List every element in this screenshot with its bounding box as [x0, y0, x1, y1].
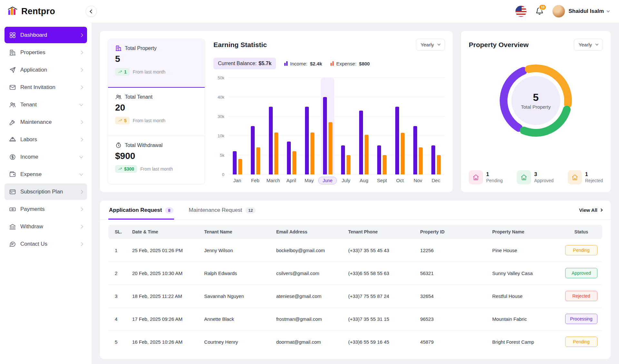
- cell-date: 16 Feb, 2025 10:26 AM: [128, 330, 200, 353]
- bars-row: [228, 78, 445, 174]
- sidebar-item-withdraw[interactable]: Withdraw: [5, 218, 87, 235]
- stat-title: Total Tenant: [125, 94, 152, 100]
- donut-center-value: 5: [533, 92, 539, 103]
- tab-maintenance-request[interactable]: Maintenance Request12: [188, 201, 257, 220]
- sidebar-item-subscription-plan[interactable]: Subscription Plan: [5, 183, 87, 200]
- income-bar: [431, 145, 435, 174]
- view-all-link[interactable]: View All: [579, 207, 602, 213]
- income-label: Income:: [290, 61, 307, 66]
- overview-stat-value: 1: [486, 172, 503, 177]
- labors-icon: [9, 136, 16, 143]
- chevron-right-icon: [79, 120, 83, 124]
- chevron-left-icon: [90, 9, 94, 14]
- sidebar-item-dashboard[interactable]: Dashboard: [5, 27, 87, 43]
- x-tick-label: Feb: [246, 178, 264, 184]
- x-tick-label: April: [282, 178, 300, 184]
- month-group-sept: [373, 78, 391, 174]
- properties-icon: [115, 45, 122, 52]
- chart-x-axis: JanFebMarchAprilMayJuneJulyAugSeptOctNov…: [228, 178, 445, 184]
- sidebar-item-payments[interactable]: Payments: [5, 201, 87, 217]
- sidebar-item-application[interactable]: Application: [5, 62, 87, 78]
- stat-value: $900: [115, 151, 198, 161]
- cell-tenant-name: Ralph Edwards: [200, 262, 272, 285]
- chart-y-axis: 05k10k30k40k50k: [213, 78, 228, 174]
- expense-label: Expense:: [336, 61, 357, 66]
- language-flag-button[interactable]: [515, 5, 527, 17]
- brand[interactable]: Rentpro: [0, 6, 92, 17]
- month-group-march: [264, 78, 282, 174]
- cell-phone: (+33)6 55 59 16 45: [344, 330, 416, 353]
- stat-value: 5: [115, 54, 198, 64]
- expense-value: $800: [359, 61, 370, 66]
- overview-period-select[interactable]: Yearly: [574, 39, 603, 51]
- earning-period-select[interactable]: Yearly: [416, 39, 445, 51]
- cell-email: csilvers@gmail.com: [272, 262, 344, 285]
- stat-badge: 1: [115, 68, 130, 76]
- pending-house-icon: [469, 170, 483, 184]
- notifications-button[interactable]: 10: [535, 6, 544, 16]
- cell-status: Rejected: [560, 285, 602, 308]
- cell-email: ateniese@gmail.com: [272, 285, 344, 308]
- month-group-dec: [427, 78, 445, 174]
- sidebar-item-maintenance[interactable]: Maintenance: [5, 114, 87, 130]
- sidebar-item-label: Contact Us: [20, 241, 47, 247]
- sidebar-item-label: Subscription Plan: [20, 189, 63, 195]
- overview-stat-value: 3: [534, 172, 554, 177]
- cell-sl: 1: [108, 239, 128, 262]
- cell-phone: (+33)7 35 55 45 43: [344, 239, 416, 262]
- expense-bar: [238, 159, 242, 174]
- sidebar-item-rent-invitation[interactable]: Rent Invitation: [5, 79, 87, 95]
- cell-property-id: 12256: [416, 239, 488, 262]
- trend-up-icon: [118, 118, 123, 123]
- chevron-right-icon: [79, 207, 83, 211]
- y-tick-label: 10k: [218, 133, 224, 138]
- table-row[interactable]: 417 Feb, 2025 09:26 AMAnnette Blackfrost…: [108, 308, 602, 330]
- month-group-jan: [228, 78, 246, 174]
- column-header-property-id: Property ID: [416, 225, 488, 239]
- cell-sl: 3: [108, 285, 128, 308]
- income-bar: [269, 107, 273, 174]
- column-header-date-time: Date & Time: [128, 225, 200, 239]
- y-tick-label: 40k: [218, 95, 224, 100]
- tab-label: Application Request: [109, 207, 162, 213]
- property-overview-card: Property Overview Yearly 5 Total Propert…: [461, 31, 611, 192]
- chevron-down-icon: [595, 43, 599, 46]
- month-group-july: [337, 78, 355, 174]
- cell-property-name: Sunny Valley Casa: [488, 262, 560, 285]
- x-tick-label: Oct: [391, 178, 409, 184]
- status-badge: Pending: [565, 337, 597, 347]
- trend-up-icon: [118, 70, 123, 74]
- table-row[interactable]: 220 Feb, 2025 10:30 AMRalph Edwardscsilv…: [108, 262, 602, 285]
- sidebar-item-label: Payments: [20, 206, 45, 212]
- month-group-oct: [391, 78, 409, 174]
- sidebar-item-label: Withdraw: [20, 223, 43, 230]
- stat-value: 20: [115, 103, 198, 113]
- topbar-actions: 10 Shaidul Isalm: [515, 5, 619, 18]
- sidebar-item-income[interactable]: Income: [5, 149, 87, 165]
- app-root: Rentpro 10 Shaidul Isalm DashboardProper…: [0, 0, 619, 364]
- sidebar-item-expense[interactable]: Expense: [5, 166, 87, 182]
- sidebar-collapse-button[interactable]: [86, 6, 97, 17]
- cell-property-name: Pine House: [488, 239, 560, 262]
- income-bar: [395, 107, 399, 174]
- sidebar-item-properties[interactable]: Properties: [5, 44, 87, 61]
- sidebar-item-label: Income: [20, 154, 38, 160]
- overview-stats: 1Pending3Approved1Rejected: [469, 162, 603, 184]
- overview-title: Property Overview: [469, 41, 529, 49]
- sidebar-item-label: Expense: [20, 171, 42, 178]
- sidebar-item-tenant[interactable]: Tenant: [5, 96, 87, 113]
- income-bar: [305, 107, 309, 174]
- trend-up-icon: [118, 167, 123, 171]
- table-row[interactable]: 318 Feb, 2025 11:22 AMSavannah Nguyenate…: [108, 285, 602, 308]
- table-row[interactable]: 125 Feb, 2025 01:26 PMJenny Wilsonbockel…: [108, 239, 602, 262]
- current-balance-value: $5.7k: [259, 61, 271, 66]
- tabs: Application Request8Maintenance Request1…: [108, 201, 256, 219]
- profile-menu[interactable]: Shaidul Isalm: [552, 5, 609, 18]
- tab-application-request[interactable]: Application Request8: [108, 201, 174, 220]
- table-row[interactable]: 516 Feb, 2025 10:26 AMCourtney Henrydoor…: [108, 330, 602, 353]
- month-group-feb: [246, 78, 264, 174]
- sidebar-item-labors[interactable]: Labors: [5, 131, 87, 148]
- expense-icon: [9, 171, 16, 178]
- expense-legend-icon: [330, 61, 334, 66]
- sidebar-item-contact-us[interactable]: Contact Us: [5, 236, 87, 252]
